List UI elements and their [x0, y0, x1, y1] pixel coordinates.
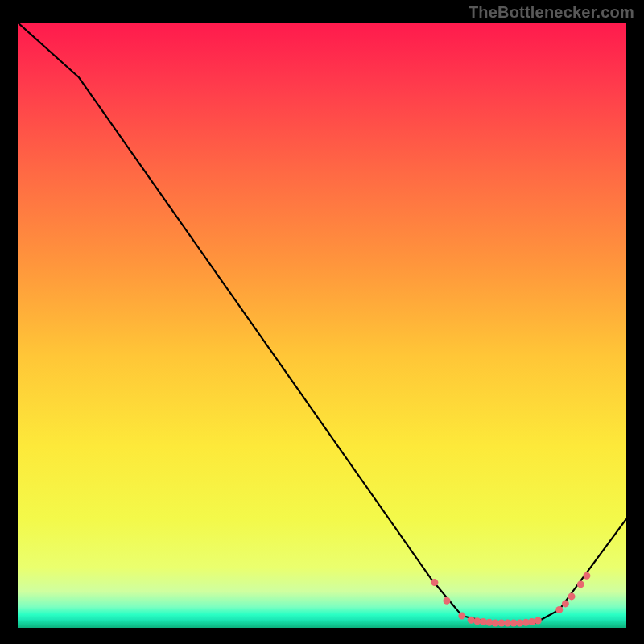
curve-marker [480, 618, 487, 625]
chart-container: TheBottlenecker.com [0, 0, 644, 644]
curve-marker [458, 613, 465, 620]
curve-marker [468, 617, 475, 624]
curve-marker [562, 600, 569, 607]
curve-marker [583, 572, 590, 580]
curve-marker [444, 597, 451, 605]
bottleneck-curve [18, 23, 626, 623]
chart-overlay [18, 23, 626, 628]
curve-marker [535, 617, 542, 625]
curve-marker [516, 620, 523, 627]
curve-marker [555, 606, 563, 613]
attribution-label: TheBottlenecker.com [469, 3, 634, 22]
curve-marker [568, 592, 576, 600]
curve-marker [431, 579, 438, 586]
curve-marker [577, 580, 584, 588]
plot-area [18, 23, 626, 628]
curve-marker [528, 618, 535, 625]
curve-marker [485, 619, 493, 626]
